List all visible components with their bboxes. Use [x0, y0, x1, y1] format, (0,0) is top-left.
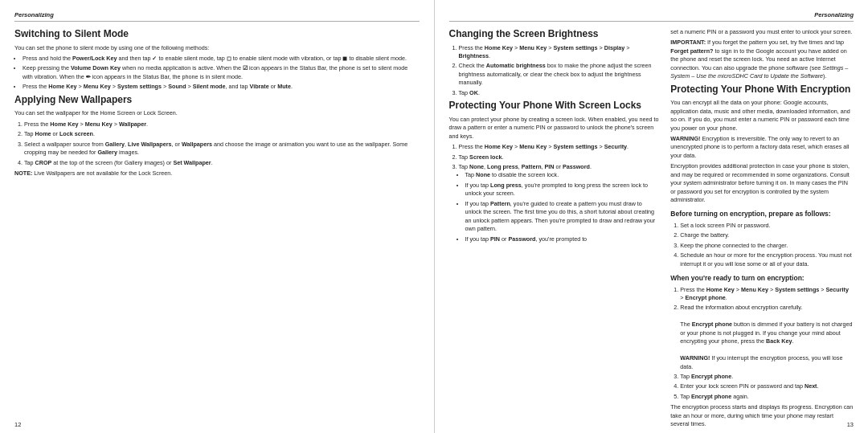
encryption-note: Encryption provides additional protectio… — [670, 162, 854, 204]
warning-encryption: WARNING! Encryption is irreversible. The… — [670, 135, 854, 160]
sub-none: Tap None to disable the screen lock. — [465, 171, 660, 179]
ready-enc-1: Press the Home Key > Menu Key > System s… — [680, 286, 854, 303]
left-page-number: 12 — [14, 421, 21, 428]
silent-mode-intro: You can set the phone to silent mode by … — [14, 44, 420, 52]
right-page-layout: Changing the Screen Brightness Press the… — [449, 28, 854, 433]
silent-mode-item-2: Keep pressing the Volume Down Key when n… — [23, 64, 420, 81]
section-title-screen-locks: Protecting Your Phone With Screen Locks — [449, 100, 660, 112]
before-enc-1: Set a lock screen PIN or password. — [680, 222, 854, 230]
wallpapers-step-3: Select a wallpaper source from Gallery, … — [24, 141, 420, 157]
pin-continued: set a numeric PIN or a password you must… — [670, 28, 854, 36]
right-page: Personalizing Changing the Screen Bright… — [435, 0, 869, 433]
section-brightness: Changing the Screen Brightness Press the… — [449, 28, 660, 97]
left-header-text: Personalizing — [14, 11, 54, 18]
section-silent-mode: Switching to Silent Mode You can set the… — [14, 28, 420, 92]
screen-locks-sub: Tap None to disable the screen lock. If … — [459, 171, 660, 243]
subsection-title-ready-encryption: When you're ready to turn on encryption: — [670, 274, 854, 283]
screen-locks-step-2: Tap Screen lock. — [459, 153, 660, 161]
screen-locks-list: Press the Home Key > Menu Key > System s… — [449, 143, 660, 243]
section-screen-locks: Protecting Your Phone With Screen Locks … — [449, 100, 660, 243]
sub-long-press: If you tap Long press, you're prompted t… — [465, 182, 660, 198]
wallpapers-list: Press the Home Key > Menu Key > Wallpape… — [14, 121, 420, 167]
encryption-progress: The encryption process starts and displa… — [670, 403, 854, 428]
brightness-list: Press the Home Key > Menu Key > System s… — [449, 44, 660, 98]
wallpapers-step-1: Press the Home Key > Menu Key > Wallpape… — [24, 121, 420, 129]
ready-enc-2: Read the information about encryption ca… — [680, 304, 854, 371]
before-enc-2: Charge the battery. — [680, 231, 854, 239]
sub-pin-password: If you tap PIN or Password, you're promp… — [465, 235, 660, 243]
ready-enc-4: Enter your lock screen PIN or password a… — [680, 382, 854, 390]
right-col-left: Changing the Screen Brightness Press the… — [449, 28, 660, 433]
sub-pattern: If you tap Pattern, you're guided to cre… — [465, 200, 660, 234]
section-before-encryption: Before turning on encryption, prepare as… — [670, 210, 854, 268]
right-page-number: 13 — [847, 421, 854, 428]
encryption-intro: You can encrypt all the data on your pho… — [670, 99, 854, 133]
right-col-right: set a numeric PIN or a password you must… — [670, 28, 854, 433]
wallpapers-step-2: Tap Home or Lock screen. — [24, 130, 420, 138]
important-pattern: IMPORTANT: If you forget the pattern you… — [670, 39, 854, 80]
screen-locks-step-1: Press the Home Key > Menu Key > System s… — [459, 143, 660, 151]
section-title-encryption: Protecting Your Phone With Encryption — [670, 84, 854, 96]
left-page: Personalizing Switching to Silent Mode Y… — [0, 0, 435, 433]
section-wallpapers: Applying New Wallpapers You can set the … — [14, 94, 420, 178]
section-title-wallpapers: Applying New Wallpapers — [14, 94, 420, 107]
before-encryption-list: Set a lock screen PIN or password. Charg… — [670, 222, 854, 268]
brightness-step-2: Check the Automatic brightness box to ma… — [459, 62, 660, 87]
before-enc-4: Schedule an hour or more for the encrypt… — [680, 251, 854, 268]
brightness-step-1: Press the Home Key > Menu Key > System s… — [459, 44, 660, 61]
wallpapers-note: NOTE: Live Wallpapers are not available … — [14, 170, 420, 178]
ready-enc-5: Tap Encrypt phone again. — [680, 393, 854, 401]
page-spread: Personalizing Switching to Silent Mode Y… — [0, 0, 868, 433]
wallpapers-step-4: Tap CROP at the top of the screen (for G… — [24, 159, 420, 167]
ready-encryption-list: Press the Home Key > Menu Key > System s… — [670, 286, 854, 402]
silent-mode-item-3: Press the Home Key > Menu Key > System s… — [23, 83, 420, 91]
before-enc-3: Keep the phone connected to the charger. — [680, 242, 854, 250]
left-page-header: Personalizing — [14, 11, 420, 22]
right-header-text: Personalizing — [814, 11, 854, 18]
brightness-step-3: Tap OK. — [459, 89, 660, 97]
silent-mode-list: Press and hold the Power/Lock Key and th… — [14, 55, 420, 92]
section-title-brightness: Changing the Screen Brightness — [449, 28, 660, 41]
silent-mode-item-1: Press and hold the Power/Lock Key and th… — [23, 55, 420, 63]
screen-locks-step-3: Tap None, Long press, Pattern, PIN or Pa… — [459, 163, 660, 243]
subsection-title-before-encryption: Before turning on encryption, prepare as… — [670, 210, 854, 219]
section-title-silent-mode: Switching to Silent Mode — [14, 28, 420, 41]
screen-locks-intro: You can protect your phone by creating a… — [449, 116, 660, 141]
right-page-header: Personalizing — [449, 11, 854, 22]
section-ready-encryption: When you're ready to turn on encryption:… — [670, 274, 854, 433]
ready-enc-3: Tap Encrypt phone. — [680, 373, 854, 381]
section-encryption: Protecting Your Phone With Encryption Yo… — [670, 84, 854, 205]
wallpapers-intro: You can set the wallpaper for the Home S… — [14, 109, 420, 117]
